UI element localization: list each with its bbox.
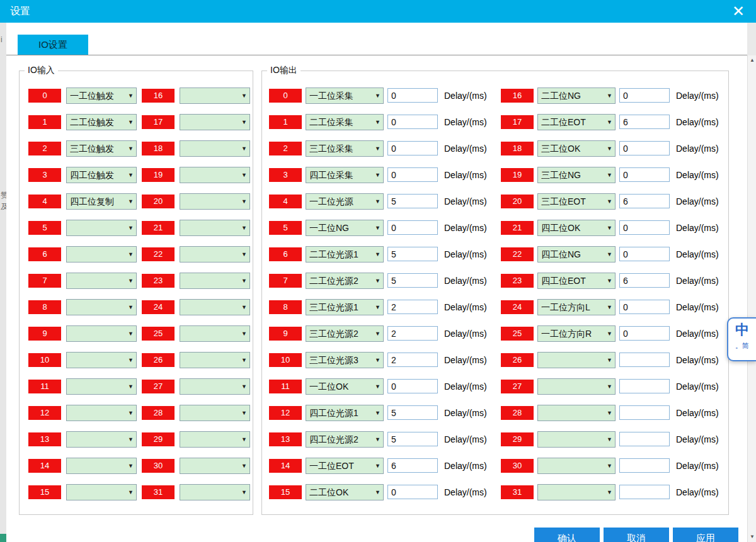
delay-input[interactable] — [619, 326, 670, 341]
delay-input[interactable] — [387, 273, 438, 288]
io-input-select[interactable]: ▼ — [180, 484, 250, 500]
io-output-select[interactable]: 二工位OK▼ — [306, 484, 384, 500]
io-input-select[interactable]: ▼ — [66, 405, 137, 421]
close-icon[interactable]: ✕ — [732, 0, 745, 23]
io-output-select[interactable]: 一工位EOT▼ — [306, 458, 384, 474]
io-output-select[interactable]: 一工位方向L▼ — [537, 299, 616, 315]
delay-input[interactable] — [387, 88, 438, 103]
delay-input[interactable] — [619, 167, 670, 182]
delay-input[interactable] — [387, 405, 438, 420]
io-input-select[interactable]: ▼ — [66, 220, 137, 236]
io-output-select[interactable]: 二工位光源2▼ — [306, 273, 384, 289]
io-input-select[interactable]: ▼ — [180, 220, 250, 236]
delay-input[interactable] — [387, 432, 438, 446]
io-input-select[interactable]: ▼ — [66, 246, 137, 263]
io-input-select[interactable]: ▼ — [180, 431, 250, 448]
io-output-select[interactable]: ▼ — [537, 431, 616, 448]
io-input-select[interactable]: ▼ — [180, 88, 250, 104]
io-input-select[interactable]: ▼ — [66, 273, 137, 289]
io-input-select[interactable]: ▼ — [66, 325, 137, 342]
delay-input[interactable] — [619, 485, 670, 499]
ime-toolbar[interactable]: 中 。简 — [727, 317, 756, 361]
io-input-select[interactable]: ▼ — [66, 299, 137, 315]
io-input-select[interactable]: ▼ — [66, 431, 137, 448]
io-input-select[interactable]: ▼ — [180, 299, 250, 315]
io-input-select[interactable]: 四工位触发▼ — [66, 167, 137, 183]
delay-input[interactable] — [387, 485, 438, 499]
io-input-select[interactable]: ▼ — [180, 405, 250, 421]
io-output-select[interactable]: 一工位OK▼ — [306, 378, 384, 395]
delay-input[interactable] — [619, 300, 670, 314]
delay-input[interactable] — [619, 141, 670, 155]
io-output-select[interactable]: ▼ — [537, 484, 616, 500]
scroll-up-icon[interactable]: ▲ — [748, 55, 756, 65]
io-output-select[interactable]: 三工位光源1▼ — [306, 299, 384, 315]
io-input-select[interactable]: ▼ — [180, 246, 250, 263]
io-output-select[interactable]: 一工位方向R▼ — [537, 325, 616, 342]
delay-input[interactable] — [619, 379, 670, 393]
apply-button[interactable]: 应用 — [673, 528, 738, 542]
scroll-down-icon[interactable]: ▼ — [748, 532, 756, 542]
io-input-select[interactable]: ▼ — [66, 458, 137, 474]
io-output-select[interactable]: 一工位光源▼ — [306, 193, 384, 210]
io-output-select[interactable]: 四工位光源2▼ — [306, 431, 384, 448]
vertical-scrollbar[interactable]: ▲ ▼ — [747, 55, 756, 542]
io-input-select[interactable]: ▼ — [180, 378, 250, 395]
io-output-select[interactable]: 三工位EOT▼ — [537, 193, 616, 210]
io-input-select[interactable]: ▼ — [180, 167, 250, 183]
io-input-select[interactable]: 四工位复制▼ — [66, 193, 137, 210]
delay-input[interactable] — [619, 220, 670, 235]
delay-input[interactable] — [619, 458, 670, 473]
io-output-select[interactable]: 二工位NG▼ — [537, 88, 616, 104]
io-output-select[interactable]: 三工位OK▼ — [537, 140, 616, 157]
io-input-select[interactable]: ▼ — [66, 378, 137, 395]
delay-input[interactable] — [387, 194, 438, 208]
io-output-select[interactable]: 三工位采集▼ — [306, 140, 384, 157]
delay-input[interactable] — [387, 247, 438, 261]
io-output-select[interactable]: 四工位光源1▼ — [306, 405, 384, 421]
delay-input[interactable] — [619, 405, 670, 420]
delay-input[interactable] — [387, 300, 438, 314]
io-output-select[interactable]: 四工位EOT▼ — [537, 273, 616, 289]
delay-input[interactable] — [619, 353, 670, 367]
io-input-select[interactable]: 一工位触发▼ — [66, 88, 137, 104]
delay-input[interactable] — [619, 432, 670, 446]
io-output-select[interactable]: 一工位采集▼ — [306, 88, 384, 104]
io-output-select[interactable]: 四工位采集▼ — [306, 167, 384, 183]
delay-input[interactable] — [619, 88, 670, 103]
delay-input[interactable] — [387, 379, 438, 393]
io-output-select[interactable]: 三工位光源2▼ — [306, 325, 384, 342]
delay-input[interactable] — [619, 247, 670, 261]
io-input-select[interactable]: ▼ — [180, 352, 250, 368]
delay-input[interactable] — [387, 115, 438, 129]
tab-io-settings[interactable]: IO设置 — [18, 35, 88, 55]
io-input-select[interactable]: ▼ — [180, 193, 250, 210]
io-input-select[interactable]: ▼ — [180, 458, 250, 474]
io-output-select[interactable]: 二工位光源1▼ — [306, 246, 384, 263]
io-output-select[interactable]: 二工位采集▼ — [306, 114, 384, 130]
io-output-select[interactable]: 三工位光源3▼ — [306, 352, 384, 368]
delay-input[interactable] — [387, 141, 438, 155]
io-input-select[interactable]: ▼ — [180, 273, 250, 289]
delay-input[interactable] — [619, 194, 670, 208]
io-output-select[interactable]: 一工位NG▼ — [306, 220, 384, 236]
confirm-button[interactable]: 确认 — [534, 528, 600, 542]
delay-input[interactable] — [619, 115, 670, 129]
delay-input[interactable] — [619, 273, 670, 288]
io-output-select[interactable]: 三工位NG▼ — [537, 167, 616, 183]
io-output-select[interactable]: 四工位OK▼ — [537, 220, 616, 236]
io-output-select[interactable]: ▼ — [537, 352, 616, 368]
io-input-select[interactable]: ▼ — [180, 140, 250, 157]
io-input-select[interactable]: ▼ — [66, 352, 137, 368]
io-input-select[interactable]: ▼ — [180, 325, 250, 342]
delay-input[interactable] — [387, 220, 438, 235]
io-input-select[interactable]: ▼ — [66, 484, 137, 500]
io-output-select[interactable]: ▼ — [537, 378, 616, 395]
delay-input[interactable] — [387, 458, 438, 473]
io-output-select[interactable]: 二工位EOT▼ — [537, 114, 616, 130]
io-output-select[interactable]: ▼ — [537, 405, 616, 421]
io-output-select[interactable]: 四工位NG▼ — [537, 246, 616, 263]
delay-input[interactable] — [387, 326, 438, 341]
io-input-select[interactable]: ▼ — [180, 114, 250, 130]
cancel-button[interactable]: 取消 — [604, 528, 669, 542]
